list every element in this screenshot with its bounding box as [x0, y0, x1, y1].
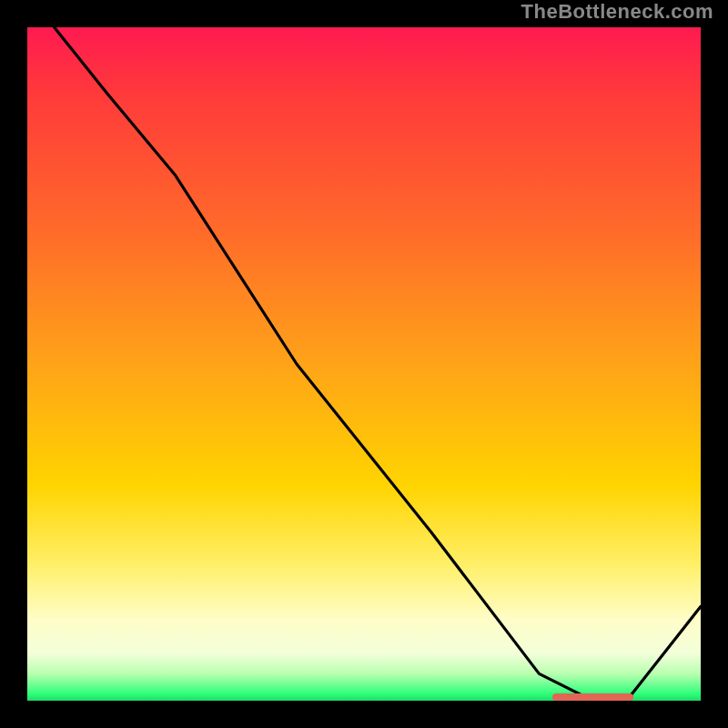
- curve-svg: [27, 27, 701, 701]
- optimal-range-marker: [552, 693, 633, 701]
- curve-path: [55, 27, 701, 701]
- chart-stage: TheBottleneck.com: [0, 0, 728, 728]
- watermark-text: TheBottleneck.com: [521, 0, 713, 24]
- plot-area: [27, 27, 701, 701]
